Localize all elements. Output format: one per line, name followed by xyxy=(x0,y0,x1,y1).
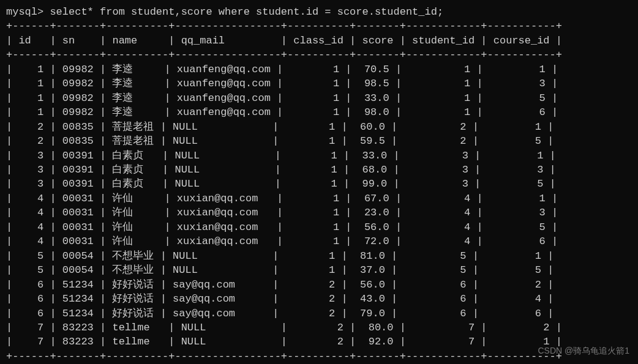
table-row: | 5 | 00054 | 不想毕业 | NULL | 1 | 37.0 | 5… xyxy=(6,263,632,277)
table-row: | 5 | 00054 | 不想毕业 | NULL | 1 | 81.0 | 5… xyxy=(6,249,632,263)
table-border-top: +------+-------+----------+-------------… xyxy=(6,19,632,33)
table-row: | 6 | 51234 | 好好说话 | say@qq.com | 2 | 43… xyxy=(6,292,632,306)
sql-prompt[interactable]: mysql> select* from student,score where … xyxy=(6,5,632,19)
table-body: | 1 | 09982 | 李逵 | xuanfeng@qq.com | 1 |… xyxy=(6,62,632,349)
table-border-mid: +------+-------+----------+-------------… xyxy=(6,48,632,62)
table-row: | 3 | 00391 | 白素贞 | NULL | 1 | 68.0 | 3 … xyxy=(6,163,632,177)
table-row: | 1 | 09982 | 李逵 | xuanfeng@qq.com | 1 |… xyxy=(6,105,632,119)
table-row: | 1 | 09982 | 李逵 | xuanfeng@qq.com | 1 |… xyxy=(6,91,632,105)
watermark-text: CSDN @骑乌龟追火箭1 xyxy=(538,345,629,357)
table-header-row: | id | sn | name | qq_mail | class_id | … xyxy=(6,34,632,48)
table-row: | 4 | 00031 | 许仙 | xuxian@qq.com | 1 | 2… xyxy=(6,206,632,220)
table-row: | 4 | 00031 | 许仙 | xuxian@qq.com | 1 | 6… xyxy=(6,191,632,206)
table-row: | 4 | 00031 | 许仙 | xuxian@qq.com | 1 | 5… xyxy=(6,220,632,234)
table-row: | 3 | 00391 | 白素贞 | NULL | 1 | 99.0 | 3 … xyxy=(6,177,632,191)
table-row: | 3 | 00391 | 白素贞 | NULL | 1 | 33.0 | 3 … xyxy=(6,149,632,163)
table-row: | 1 | 09982 | 李逵 | xuanfeng@qq.com | 1 |… xyxy=(6,62,632,76)
table-row: | 6 | 51234 | 好好说话 | say@qq.com | 2 | 56… xyxy=(6,278,632,292)
table-row: | 4 | 00031 | 许仙 | xuxian@qq.com | 1 | 7… xyxy=(6,234,632,248)
table-row: | 1 | 09982 | 李逵 | xuanfeng@qq.com | 1 |… xyxy=(6,76,632,91)
table-row: | 7 | 83223 | tellme | NULL | 2 | 80.0 |… xyxy=(6,321,632,335)
table-row: | 6 | 51234 | 好好说话 | say@qq.com | 2 | 79… xyxy=(6,306,632,321)
table-row: | 2 | 00835 | 菩提老祖 | NULL | 1 | 60.0 | 2… xyxy=(6,120,632,134)
table-row: | 2 | 00835 | 菩提老祖 | NULL | 1 | 59.5 | 2… xyxy=(6,134,632,148)
